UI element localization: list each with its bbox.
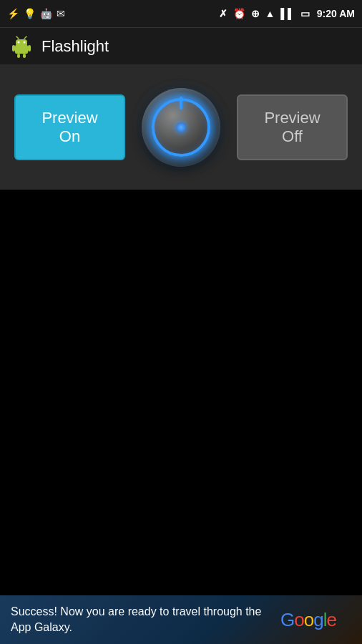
time-display: 9:20 AM [317,8,355,19]
ad-logo-area: Google [265,609,351,631]
status-bar: ⚡ 💡 🤖 ✉ ✗ ⏰ ⊕ ▲ ▌▌ ▭ 9:20 AM [0,0,362,27]
robot-icon: 🤖 [40,8,52,19]
preview-on-button[interactable]: Preview On [14,94,125,160]
controls-area: Preview On Preview Off [0,64,362,190]
power-button[interactable] [142,88,220,167]
svg-rect-9 [23,54,26,58]
svg-rect-3 [16,39,27,47]
svg-point-11 [24,41,26,43]
status-right-group: ✗ ⏰ ⊕ ▲ ▌▌ ▭ 9:20 AM [219,8,355,19]
camera-preview-area [0,190,362,594]
ad-banner[interactable]: Success! Now you are ready to travel thr… [0,595,362,644]
svg-line-4 [16,36,19,39]
ad-text: Success! Now you are ready to travel thr… [11,605,261,633]
email-icon: ✉ [57,8,65,19]
app-title: Flashlight [41,37,109,56]
status-icons-left: ⚡ 💡 🤖 ✉ [7,8,65,19]
flashlight-notif-icon: ⚡ [7,8,19,19]
svg-point-10 [18,41,20,43]
gps-icon: ⊕ [251,8,260,19]
svg-rect-6 [12,45,15,52]
app-icon [9,34,34,59]
svg-rect-7 [28,45,31,52]
preview-off-button[interactable]: Preview Off [237,94,348,160]
battery-icon: ▭ [300,8,310,19]
wifi-icon: ▲ [265,8,275,19]
signal-bars-icon: ▌▌ [280,8,295,19]
svg-rect-8 [17,54,20,58]
power-button-container [138,84,224,170]
app-bar: Flashlight [0,27,362,64]
bulb-icon: 💡 [24,8,36,19]
ad-text-area: Success! Now you are ready to travel thr… [11,604,265,636]
google-logo: Google [280,609,336,631]
alarm-icon: ⏰ [233,8,245,19]
svg-line-5 [24,36,26,39]
power-ring [152,98,210,157]
bluetooth-icon: ✗ [219,8,228,19]
